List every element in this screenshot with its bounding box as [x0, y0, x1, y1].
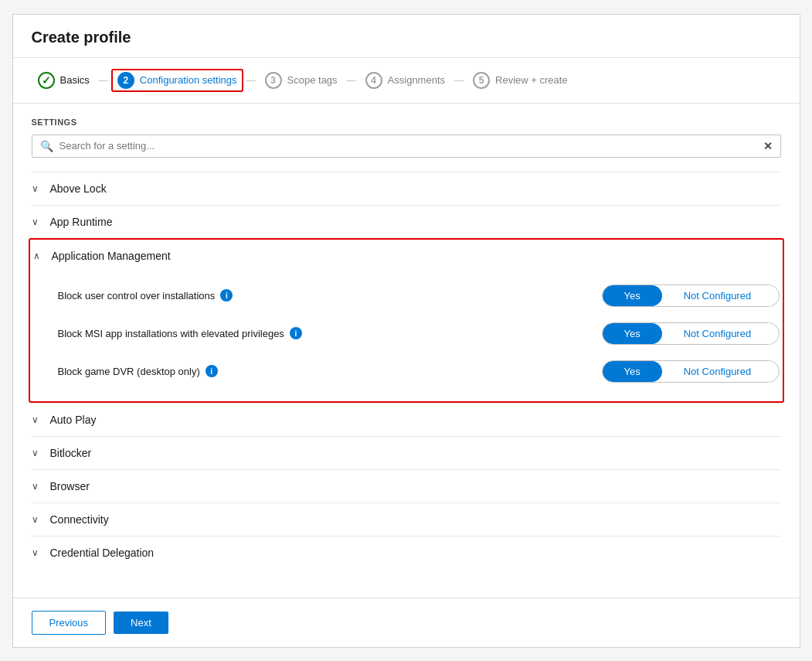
info-icon-block-user-control[interactable]: i [220, 289, 233, 302]
section-bitlocker-label: Bitlocker [50, 447, 92, 459]
section-application-management-header[interactable]: ∧ Application Management [33, 240, 780, 272]
step-assignments-label: Assignments [388, 74, 445, 86]
section-bitlocker: ∨ Bitlocker [32, 436, 781, 469]
section-browser-label: Browser [50, 480, 90, 492]
step-review-label: Review + create [495, 74, 568, 86]
previous-button[interactable]: Previous [32, 611, 107, 635]
section-credential-delegation-label: Credential Delegation [50, 547, 155, 559]
section-credential-delegation: ∨ Credential Delegation [32, 536, 781, 569]
step-configuration-label: Configuration settings [140, 74, 237, 86]
section-application-management: ∧ Application Management Block user cont… [29, 238, 784, 403]
chevron-down-icon-7: ∨ [32, 547, 44, 558]
step-review-number: 5 [479, 75, 484, 86]
step-scope[interactable]: 3 Scope tags [259, 69, 344, 92]
setting-label-block-user-control: Block user control over installations i [58, 289, 233, 302]
setting-text-block-msi-app: Block MSI app installations with elevate… [58, 328, 284, 339]
create-profile-window: Create profile ✓ Basics — 2 Configuratio… [12, 14, 800, 648]
setting-text-block-user-control: Block user control over installations [58, 290, 216, 302]
search-bar: 🔍 ✕ [32, 135, 781, 158]
step-separator-4: — [454, 75, 464, 86]
step-separator-3: — [347, 75, 356, 86]
info-icon-block-game-dvr[interactable]: i [206, 365, 218, 377]
section-application-management-content: Block user control over installations i … [33, 272, 780, 401]
section-above-lock: ∨ Above Lock [32, 172, 781, 205]
section-auto-play-header[interactable]: ∨ Auto Play [32, 404, 781, 436]
section-connectivity: ∨ Connectivity [32, 503, 781, 536]
chevron-up-icon: ∧ [33, 250, 46, 261]
step-scope-label: Scope tags [287, 74, 338, 86]
section-auto-play: ∨ Auto Play [32, 403, 781, 436]
chevron-down-icon-5: ∨ [32, 481, 44, 492]
toggle-not-configured-block-game-dvr[interactable]: Not Configured [662, 361, 773, 382]
step-configuration-number: 2 [123, 75, 128, 86]
step-review[interactable]: 5 Review + create [467, 69, 574, 92]
page-title: Create profile [13, 15, 800, 58]
step-separator-1: — [99, 75, 108, 86]
section-credential-delegation-header[interactable]: ∨ Credential Delegation [32, 537, 781, 569]
section-connectivity-header[interactable]: ∨ Connectivity [32, 503, 781, 536]
toggle-block-msi-app: Yes Not Configured [602, 322, 780, 345]
setting-text-block-game-dvr: Block game DVR (desktop only) [58, 366, 200, 377]
step-separator-2: — [246, 75, 256, 86]
content-area: SETTINGS 🔍 ✕ ∨ Above Lock ∨ App Runtime … [13, 104, 800, 598]
section-above-lock-label: Above Lock [50, 182, 107, 195]
step-basics-label: Basics [60, 74, 90, 86]
search-clear-icon[interactable]: ✕ [763, 140, 773, 152]
toggle-yes-block-user-control[interactable]: Yes [603, 285, 662, 306]
section-app-runtime: ∨ App Runtime [32, 205, 781, 238]
step-configuration-box[interactable]: 2 Configuration settings [111, 69, 243, 92]
step-assignments-number: 4 [371, 75, 376, 86]
footer: Previous Next [13, 598, 800, 647]
chevron-down-icon-6: ∨ [32, 514, 44, 525]
section-browser: ∨ Browser [32, 469, 781, 503]
toggle-not-configured-block-msi-app[interactable]: Not Configured [662, 323, 773, 344]
section-app-runtime-label: App Runtime [50, 216, 113, 228]
toggle-not-configured-block-user-control[interactable]: Not Configured [662, 285, 773, 306]
wizard-steps: ✓ Basics — 2 Configuration settings — 3 … [13, 58, 800, 104]
chevron-down-icon: ∨ [32, 183, 44, 194]
search-icon: 🔍 [40, 140, 53, 152]
step-basics-circle: ✓ [38, 72, 55, 89]
chevron-down-icon-3: ∨ [32, 414, 44, 425]
toggle-block-user-control: Yes Not Configured [602, 285, 780, 307]
section-auto-play-label: Auto Play [50, 414, 97, 426]
check-icon: ✓ [42, 74, 51, 87]
step-scope-circle: 3 [265, 72, 282, 89]
step-review-circle: 5 [473, 72, 490, 89]
setting-row-block-game-dvr: Block game DVR (desktop only) i Yes Not … [58, 353, 780, 390]
step-assignments[interactable]: 4 Assignments [359, 69, 451, 92]
step-basics[interactable]: ✓ Basics [32, 69, 96, 92]
info-icon-block-msi-app[interactable]: i [290, 327, 302, 339]
section-application-management-label: Application Management [52, 250, 171, 262]
chevron-down-icon-2: ∨ [32, 216, 44, 227]
section-above-lock-header[interactable]: ∨ Above Lock [32, 172, 781, 205]
section-bitlocker-header[interactable]: ∨ Bitlocker [32, 437, 781, 469]
setting-label-block-msi-app: Block MSI app installations with elevate… [58, 327, 302, 339]
chevron-down-icon-4: ∨ [32, 448, 44, 458]
setting-label-block-game-dvr: Block game DVR (desktop only) i [58, 365, 218, 377]
section-app-runtime-header[interactable]: ∨ App Runtime [32, 206, 781, 238]
search-input[interactable] [59, 140, 757, 152]
section-browser-header[interactable]: ∨ Browser [32, 470, 781, 503]
section-connectivity-label: Connectivity [50, 513, 109, 526]
toggle-yes-block-game-dvr[interactable]: Yes [603, 361, 662, 382]
toggle-block-game-dvr: Yes Not Configured [602, 360, 780, 383]
settings-header: SETTINGS [32, 118, 781, 127]
step-scope-number: 3 [270, 75, 276, 86]
toggle-yes-block-msi-app[interactable]: Yes [603, 323, 662, 344]
step-configuration-circle: 2 [117, 72, 134, 89]
setting-row-block-msi-app: Block MSI app installations with elevate… [58, 315, 780, 353]
next-button[interactable]: Next [114, 612, 168, 634]
step-assignments-circle: 4 [365, 72, 382, 89]
setting-row-block-user-control: Block user control over installations i … [58, 277, 780, 315]
